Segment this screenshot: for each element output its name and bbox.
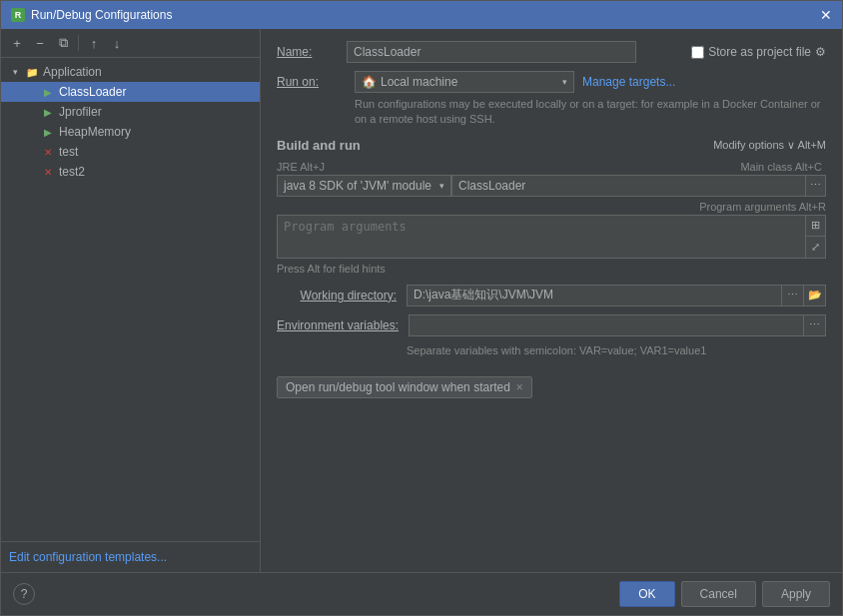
tree-item-label: ClassLoader (59, 85, 126, 99)
jre-label: JRE Alt+J (277, 161, 325, 173)
close-button[interactable]: ✕ (820, 8, 832, 22)
build-run-section-header: Build and run Modify options ∨ Alt+M (277, 138, 826, 153)
modify-options-link[interactable]: Modify options ∨ Alt+M (713, 139, 826, 152)
tag-close-btn[interactable]: × (516, 380, 523, 394)
tree-item-label: test (59, 145, 78, 159)
left-panel: + − ⧉ ↑ ↓ ▾ (1, 29, 261, 572)
run-on-row: Run on: 🏠 Local machine ▾ Manage targets… (277, 71, 826, 93)
run-on-value: Local machine (381, 75, 457, 89)
name-row: Name: Store as project file ⚙ (277, 41, 826, 63)
separator-hint: Separate variables with semicolon: VAR=v… (407, 344, 826, 356)
ok-button[interactable]: OK (619, 581, 674, 607)
store-project-row: Store as project file ⚙ (691, 45, 826, 59)
sdk-dropdown[interactable]: java 8 SDK of 'JVM' module ▾ (277, 175, 451, 197)
edit-templates-link[interactable]: Edit configuration templates... (9, 550, 167, 564)
tree-item-jprofiler[interactable]: ▶ Jprofiler (1, 102, 260, 122)
tree-toolbar: + − ⧉ ↑ ↓ (1, 29, 260, 58)
prog-args-label-row: Program arguments Alt+R (277, 201, 826, 213)
dialog-icon: R (11, 8, 25, 22)
tree-item-heapmemory[interactable]: ▶ HeapMemory (1, 122, 260, 142)
config-tree: ▾ 📁 Application ▶ ClassLoader ▶ Jprofile… (1, 58, 260, 541)
working-dir-input[interactable] (407, 285, 782, 307)
right-panel: Name: Store as project file ⚙ Run on: 🏠 … (261, 29, 842, 572)
tag-container: Open run/debug tool window when started … (277, 368, 826, 398)
app-icon2: ▶ (41, 105, 55, 119)
name-label: Name: (277, 45, 347, 59)
info-text: Run configurations may be executed local… (355, 97, 826, 128)
hint-text: Press Alt for field hints (277, 263, 826, 275)
title-bar-left: R Run/Debug Configurations (11, 8, 172, 22)
folder-icon: 📁 (25, 65, 39, 79)
name-input[interactable] (347, 41, 636, 63)
build-run-title: Build and run (277, 138, 361, 153)
tree-item-label: Application (43, 65, 102, 79)
help-button[interactable]: ? (13, 583, 35, 605)
tree-item-test[interactable]: ✕ test (1, 142, 260, 162)
env-vars-label: Environment variables: (277, 318, 409, 332)
main-class-input[interactable] (451, 175, 806, 197)
toolbar-separator (78, 35, 79, 51)
sdk-main-row: java 8 SDK of 'JVM' module ▾ ⋯ (277, 175, 826, 197)
run-debug-dialog: R Run/Debug Configurations ✕ + − ⧉ ↑ (0, 0, 843, 616)
working-dir-row: Working directory: ⋯ 📂 (277, 285, 826, 307)
apply-button[interactable]: Apply (762, 581, 830, 607)
title-bar: R Run/Debug Configurations ✕ (1, 1, 842, 29)
main-class-label: Main class Alt+C (740, 161, 822, 173)
content-area: + − ⧉ ↑ ↓ ▾ (1, 29, 842, 572)
main-class-action-btn[interactable]: ⋯ (806, 175, 826, 197)
left-footer: Edit configuration templates... (1, 541, 260, 572)
gear-icon[interactable]: ⚙ (815, 45, 826, 59)
prog-args-label: Program arguments Alt+R (699, 201, 826, 213)
tree-item-application[interactable]: ▾ 📁 Application (1, 62, 260, 82)
copy-config-button[interactable]: ⧉ (53, 33, 73, 53)
move-up-button[interactable]: ↑ (84, 33, 104, 53)
working-dir-label: Working directory: (277, 289, 407, 303)
working-dir-browse-btn2[interactable]: 📂 (804, 285, 826, 307)
app-icon3: ▶ (41, 125, 55, 139)
manage-targets-link[interactable]: Manage targets... (582, 75, 675, 89)
sdk-value: java 8 SDK of 'JVM' module (284, 179, 431, 193)
prog-args-row: ⊞ ⤢ (277, 215, 826, 259)
tree-arrow: ▾ (13, 67, 25, 77)
prog-args-input[interactable] (277, 215, 806, 259)
main-class-input-wrapper: ⋯ (451, 175, 826, 197)
tag-label: Open run/debug tool window when started (286, 380, 510, 394)
cancel-button[interactable]: Cancel (681, 581, 756, 607)
run-on-dropdown[interactable]: 🏠 Local machine ▾ (355, 71, 574, 93)
env-vars-row: Environment variables: ⋯ (277, 314, 826, 336)
tree-item-label: Jprofiler (59, 105, 102, 119)
dropdown-arrow-icon: ▾ (562, 77, 567, 87)
tree-item-classloader[interactable]: ▶ ClassLoader (1, 82, 260, 102)
run-on-home-icon: 🏠 (362, 75, 377, 89)
prog-args-expand-btn[interactable]: ⊞ (806, 215, 826, 237)
prog-args-popout-btn[interactable]: ⤢ (806, 237, 826, 259)
sdk-dropdown-arrow: ▾ (439, 181, 444, 191)
error-icon2: ✕ (41, 165, 55, 179)
tree-item-test2[interactable]: ✕ test2 (1, 162, 260, 182)
app-icon: ▶ (41, 85, 55, 99)
working-dir-browse-btn1[interactable]: ⋯ (782, 285, 804, 307)
add-config-button[interactable]: + (7, 33, 27, 53)
env-vars-input[interactable] (409, 314, 804, 336)
action-buttons: OK Cancel Apply (619, 581, 830, 607)
bottom-bar: ? OK Cancel Apply (1, 572, 842, 615)
move-down-button[interactable]: ↓ (107, 33, 127, 53)
store-project-checkbox[interactable] (691, 46, 704, 59)
dialog-title: Run/Debug Configurations (31, 8, 172, 22)
remove-config-button[interactable]: − (30, 33, 50, 53)
run-debug-tag: Open run/debug tool window when started … (277, 376, 532, 398)
store-label: Store as project file (708, 45, 811, 59)
run-on-label: Run on: (277, 75, 347, 89)
env-vars-btn[interactable]: ⋯ (804, 314, 826, 336)
tree-item-label: test2 (59, 165, 85, 179)
prog-args-actions: ⊞ ⤢ (806, 215, 826, 259)
error-icon: ✕ (41, 145, 55, 159)
tree-item-label: HeapMemory (59, 125, 131, 139)
